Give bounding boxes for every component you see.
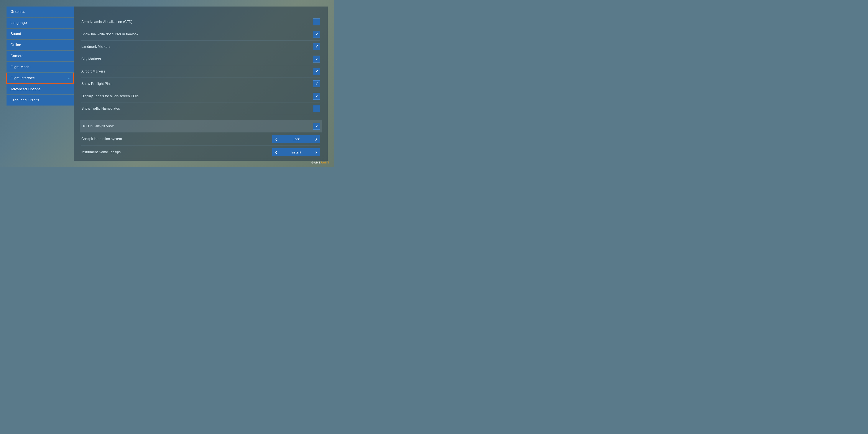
cockpit-settings-list: HUD in Cockpit ViewCockpit interaction s… [82,120,320,161]
sidebar-item-advanced-options[interactable]: Advanced Options [6,84,74,94]
setting-label-instrument-name-tooltips: Instrument Name Tooltips [82,150,121,154]
selector-right-instrument-name-tooltips[interactable]: ❯ [312,148,320,156]
setting-label-white-dot-cursor: Show the white dot cursor in freelook [82,32,138,36]
app-container: GraphicsLanguageSoundOnlineCameraFlight … [0,0,334,167]
selector-value-cockpit-interaction: Lock [280,136,312,143]
watermark-game: GAME [311,161,321,164]
selector-left-instrument-name-tooltips[interactable]: ❮ [272,148,280,156]
main-content: Aerodynamic Visualization (CFD)Show the … [74,6,328,161]
setting-row-white-dot-cursor: Show the white dot cursor in freelook [82,28,320,40]
checkbox-show-traffic-nameplates[interactable] [313,105,320,112]
selector-right-cockpit-interaction[interactable]: ❯ [312,135,320,143]
selector-cockpit-interaction[interactable]: ❮Lock❯ [272,135,320,143]
checkbox-landmark-markers[interactable] [313,43,320,50]
setting-row-display-labels-poi: Display Labels for all on-screen POIs [82,90,320,103]
setting-row-instrument-desc-tooltips: Instrument Description Tooltips❮Instant❯ [82,159,320,161]
sidebar-item-flight-model[interactable]: Flight Model [6,62,74,72]
sidebar: GraphicsLanguageSoundOnlineCameraFlight … [6,6,74,161]
sidebar-item-language[interactable]: Language [6,18,74,28]
sidebar-item-camera[interactable]: Camera [6,51,74,61]
selector-instrument-name-tooltips[interactable]: ❮Instant❯ [272,148,320,156]
watermark: GAMERANT [311,161,330,164]
checkbox-hud-cockpit[interactable] [313,123,320,129]
setting-label-show-traffic-nameplates: Show Traffic Nameplates [82,107,120,111]
checkbox-white-dot-cursor[interactable] [313,31,320,38]
setting-label-hud-cockpit: HUD in Cockpit View [82,124,114,128]
setting-label-display-labels-poi: Display Labels for all on-screen POIs [82,94,138,98]
setting-row-city-markers: City Markers [82,53,320,65]
checkbox-preflight-pins[interactable] [313,80,320,87]
selector-value-instrument-name-tooltips: Instant [280,149,312,156]
checkbox-city-markers[interactable] [313,56,320,62]
setting-row-aero-viz: Aerodynamic Visualization (CFD) [82,16,320,28]
setting-label-aero-viz: Aerodynamic Visualization (CFD) [82,20,132,24]
global-settings-list: Aerodynamic Visualization (CFD)Show the … [82,16,320,115]
setting-label-city-markers: City Markers [82,57,101,61]
setting-label-landmark-markers: Landmark Markers [82,45,110,49]
setting-row-instrument-name-tooltips: Instrument Name Tooltips❮Instant❯ [82,146,320,159]
checkbox-aero-viz[interactable] [313,19,320,25]
checkbox-display-labels-poi[interactable] [313,93,320,100]
setting-row-hud-cockpit: HUD in Cockpit View [80,120,322,133]
setting-row-preflight-pins: Show Preflight Pins [82,78,320,90]
sidebar-item-flight-interface[interactable]: Flight Interface [6,73,74,83]
setting-label-airport-markers: Airport Markers [82,69,105,74]
setting-row-landmark-markers: Landmark Markers [82,40,320,53]
setting-label-preflight-pins: Show Preflight Pins [82,82,112,86]
setting-row-show-traffic-nameplates: Show Traffic Nameplates [82,103,320,115]
watermark-rant: RANT [321,161,330,164]
sidebar-item-online[interactable]: Online [6,40,74,50]
sidebar-item-graphics[interactable]: Graphics [6,6,74,17]
checkbox-airport-markers[interactable] [313,68,320,75]
setting-label-cockpit-interaction: Cockpit interaction system [82,137,122,141]
setting-row-cockpit-interaction: Cockpit interaction system❮Lock❯ [82,133,320,146]
setting-row-airport-markers: Airport Markers [82,65,320,78]
sidebar-item-sound[interactable]: Sound [6,29,74,39]
sidebar-item-legal-and-credits[interactable]: Legal and Credits [6,95,74,106]
selector-left-cockpit-interaction[interactable]: ❮ [272,135,280,143]
